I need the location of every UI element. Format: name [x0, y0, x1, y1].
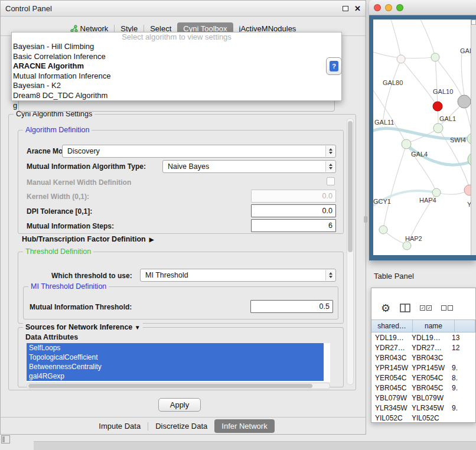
zoom-traffic-light[interactable]	[396, 4, 403, 11]
node-label: GAL80	[383, 79, 403, 86]
table-row[interactable]: YPR145W YPR145W 9.	[371, 363, 475, 373]
cell: YBR045C	[371, 384, 409, 392]
network-node[interactable]	[433, 123, 443, 133]
table-row[interactable]: YER054C YER054C 8.	[371, 373, 475, 383]
splitter-handle[interactable]	[364, 216, 367, 223]
list-item[interactable]: BetweennessCentrality	[27, 362, 324, 371]
table-row[interactable]: YBR045C YBR045C 9.	[371, 383, 475, 393]
cell: YDR27…	[371, 344, 409, 352]
network-view-frame: GAL GAL80 GAL10 GAL11 GAL1 SWI4 GAL4 GCY…	[369, 15, 476, 260]
cell: YBR045C	[409, 384, 448, 392]
table-row[interactable]: YIL052C YIL052C	[371, 413, 475, 423]
manual-kernel-checkbox[interactable]	[327, 177, 335, 185]
cell: YBR043C	[371, 354, 409, 362]
network-canvas[interactable]: GAL GAL80 GAL10 GAL11 GAL1 SWI4 GAL4 GCY…	[373, 19, 471, 255]
control-panel-window: Control Panel ✕ Network Style Select Cyn…	[0, 0, 366, 435]
select-all-columns-icon[interactable]: ✓✓	[420, 305, 432, 311]
data-attributes-list: SelfLoops TopologicalCoefficient Between…	[27, 343, 330, 382]
mi-threshold-field[interactable]	[250, 300, 333, 313]
window-title: Control Panel	[5, 4, 52, 13]
mi-steps-field[interactable]	[251, 219, 336, 232]
network-node[interactable]	[402, 139, 411, 149]
help-button[interactable]: ?	[326, 57, 342, 75]
dropdown-item[interactable]: Bayesian - Hill Climbing	[12, 42, 341, 52]
table-row[interactable]: YDR27… YDR27… 12	[371, 343, 475, 353]
network-node[interactable]	[403, 242, 411, 250]
cell: YBL079W	[409, 394, 448, 402]
node-label: SWI4	[450, 136, 466, 144]
mi-threshold-label: Mutual Information Threshold:	[30, 302, 132, 312]
cell: 9.	[448, 364, 475, 372]
cell: YBL079W	[371, 394, 409, 402]
network-node[interactable]	[432, 188, 441, 197]
column-header[interactable]: name	[413, 320, 455, 332]
collapse-arrow-icon: ▶	[149, 236, 154, 243]
minimize-traffic-light[interactable]	[385, 4, 392, 11]
tab-discretize-data[interactable]: Discretize Data	[148, 419, 214, 433]
tab-impute-data[interactable]: Impute Data	[92, 419, 148, 433]
network-vertical-scrollbar[interactable]	[471, 19, 476, 255]
dropdown-prompt: Select algorithm to view settings	[12, 32, 341, 42]
hub-factor-section-header[interactable]: Hub/Transcription Factor Definition ▶	[22, 235, 154, 243]
list-item[interactable]: gal4RGexp	[27, 371, 324, 381]
float-panel-icon[interactable]	[343, 6, 348, 11]
cell: 13	[448, 334, 475, 342]
column-header[interactable]: shared…	[371, 320, 413, 332]
list-item[interactable]: TopologicalCoefficient	[27, 353, 324, 362]
table-body: YDL19… YDL19… 13 YDR27… YDR27… 12 YBR043…	[371, 332, 475, 422]
aracne-mode-combo[interactable]: Discovery	[62, 145, 336, 158]
network-node-red[interactable]	[433, 102, 442, 111]
table-row[interactable]: YLR345W YLR345W 9.	[371, 403, 475, 413]
list-item[interactable]: SelfLoops	[27, 343, 324, 353]
table-toolbar: ⚙ ✓✓	[371, 288, 475, 319]
gear-icon[interactable]: ⚙	[381, 303, 390, 314]
network-node-pink[interactable]	[464, 185, 471, 195]
network-view-window: GAL GAL80 GAL10 GAL11 GAL1 SWI4 GAL4 GCY…	[369, 0, 476, 260]
kernel-width-field[interactable]	[251, 190, 336, 203]
deselect-all-columns-icon[interactable]	[441, 305, 453, 311]
cell: 8.	[448, 374, 475, 382]
expand-arrow-icon: ▼	[135, 324, 141, 331]
mi-type-combo[interactable]: Naive Bayes	[162, 160, 336, 173]
dropdown-item[interactable]: Dream8 DC_TDC Algorithm	[12, 91, 341, 101]
tab-infer-network[interactable]: Infer Network	[214, 419, 274, 433]
table-row[interactable]: YBR043C YBR043C	[371, 353, 475, 363]
network-node[interactable]	[431, 53, 439, 61]
sources-title: Sources for Network Inference	[25, 323, 132, 331]
node-label: GAL11	[374, 119, 394, 126]
which-threshold-combo[interactable]: MI Threshold	[140, 269, 336, 282]
network-window-titlebar	[369, 0, 476, 15]
list-horizontal-scrollbar[interactable]	[27, 383, 330, 389]
node-label: GAL4	[411, 151, 428, 158]
combo-value: MI Threshold	[145, 271, 188, 279]
combo-arrows-icon	[325, 161, 335, 172]
close-traffic-light[interactable]	[374, 4, 381, 11]
dropdown-item-selected[interactable]: ARACNE Algorithm	[12, 61, 341, 71]
settings-vertical-scrollbar[interactable]	[347, 118, 354, 385]
table-row[interactable]: YBL079W YBL079W	[371, 393, 475, 403]
mi-steps-label: Mutual Information Steps:	[27, 221, 114, 231]
dropdown-item[interactable]: Bayesian - K2	[12, 81, 341, 91]
bottom-panel-strip	[34, 441, 476, 450]
network-node-gray[interactable]	[458, 95, 471, 108]
scrollbar-thumb[interactable]	[348, 121, 353, 252]
table-row[interactable]: YDL19… YDL19… 13	[371, 332, 475, 343]
tab-label: Impute Data	[99, 422, 141, 431]
help-icon: ?	[330, 61, 338, 71]
apply-button[interactable]: Apply	[158, 398, 201, 412]
network-node[interactable]	[379, 226, 387, 234]
network-node[interactable]	[397, 55, 405, 63]
scrollbar-button[interactable]	[471, 19, 476, 25]
node-label: GAL	[460, 47, 471, 54]
columns-icon[interactable]	[400, 304, 410, 312]
dropdown-item[interactable]: Basic Correlation Inference	[12, 52, 341, 62]
dpi-tolerance-field[interactable]	[251, 204, 336, 217]
sources-section-header[interactable]: Sources for Network Inference ▼	[23, 323, 143, 331]
column-header[interactable]	[455, 320, 475, 332]
dropdown-item[interactable]: Mutual Information Inference	[12, 71, 341, 81]
docked-panel-icon[interactable]	[1, 435, 10, 444]
tab-label: Infer Network	[221, 422, 267, 431]
group-title: MI Threshold Definition	[28, 282, 109, 291]
cell: YDL19…	[409, 334, 448, 342]
close-icon[interactable]: ✕	[354, 5, 361, 12]
